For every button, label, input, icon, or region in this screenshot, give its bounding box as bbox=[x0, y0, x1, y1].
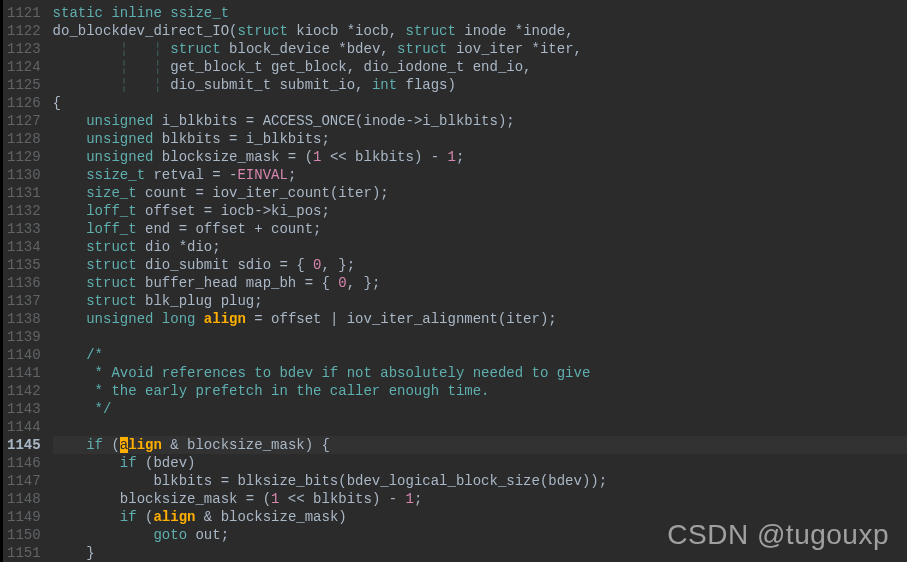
code-line[interactable]: */ bbox=[53, 400, 907, 418]
line-number: 1129 bbox=[7, 148, 41, 166]
line-number: 1126 bbox=[7, 94, 41, 112]
line-number: 1123 bbox=[7, 40, 41, 58]
code-line[interactable]: ¦ ¦ dio_submit_t submit_io, int flags) bbox=[53, 76, 907, 94]
line-number: 1144 bbox=[7, 418, 41, 436]
code-line[interactable]: if (align & blocksize_mask) bbox=[53, 508, 907, 526]
code-line[interactable]: if (align & blocksize_mask) { bbox=[53, 436, 907, 454]
code-line[interactable]: struct dio_submit sdio = { 0, }; bbox=[53, 256, 907, 274]
code-area[interactable]: static inline ssize_tdo_blockdev_direct_… bbox=[47, 0, 907, 562]
code-line[interactable]: } bbox=[53, 544, 907, 562]
code-line[interactable]: { bbox=[53, 94, 907, 112]
code-line[interactable]: static inline ssize_t bbox=[53, 4, 907, 22]
line-number-gutter: 1121112211231124112511261127112811291130… bbox=[3, 0, 47, 562]
code-line[interactable]: blkbits = blksize_bits(bdev_logical_bloc… bbox=[53, 472, 907, 490]
code-line[interactable]: size_t count = iov_iter_count(iter); bbox=[53, 184, 907, 202]
line-number: 1146 bbox=[7, 454, 41, 472]
line-number: 1134 bbox=[7, 238, 41, 256]
code-line[interactable]: struct blk_plug plug; bbox=[53, 292, 907, 310]
code-line[interactable]: blocksize_mask = (1 << blkbits) - 1; bbox=[53, 490, 907, 508]
line-number: 1128 bbox=[7, 130, 41, 148]
code-line[interactable]: ¦ ¦ get_block_t get_block, dio_iodone_t … bbox=[53, 58, 907, 76]
line-number: 1140 bbox=[7, 346, 41, 364]
line-number: 1136 bbox=[7, 274, 41, 292]
line-number: 1148 bbox=[7, 490, 41, 508]
line-number: 1142 bbox=[7, 382, 41, 400]
code-line[interactable] bbox=[53, 418, 907, 436]
code-line[interactable]: loff_t end = offset + count; bbox=[53, 220, 907, 238]
code-line[interactable]: * Avoid references to bdev if not absolu… bbox=[53, 364, 907, 382]
line-number: 1138 bbox=[7, 310, 41, 328]
line-number: 1135 bbox=[7, 256, 41, 274]
line-number: 1147 bbox=[7, 472, 41, 490]
code-line[interactable] bbox=[53, 328, 907, 346]
line-number: 1130 bbox=[7, 166, 41, 184]
line-number: 1137 bbox=[7, 292, 41, 310]
line-number: 1133 bbox=[7, 220, 41, 238]
line-number: 1151 bbox=[7, 544, 41, 562]
cursor: a bbox=[120, 437, 128, 453]
line-number: 1139 bbox=[7, 328, 41, 346]
code-line[interactable]: struct dio *dio; bbox=[53, 238, 907, 256]
code-line[interactable]: * the early prefetch in the caller enoug… bbox=[53, 382, 907, 400]
line-number: 1127 bbox=[7, 112, 41, 130]
code-line[interactable]: loff_t offset = iocb->ki_pos; bbox=[53, 202, 907, 220]
code-line[interactable]: ¦ ¦ struct block_device *bdev, struct io… bbox=[53, 40, 907, 58]
line-number: 1121 bbox=[7, 4, 41, 22]
code-line[interactable]: ssize_t retval = -EINVAL; bbox=[53, 166, 907, 184]
line-number: 1125 bbox=[7, 76, 41, 94]
line-number: 1122 bbox=[7, 22, 41, 40]
line-number: 1149 bbox=[7, 508, 41, 526]
line-number: 1150 bbox=[7, 526, 41, 544]
line-number: 1143 bbox=[7, 400, 41, 418]
code-line[interactable]: unsigned long align = offset | iov_iter_… bbox=[53, 310, 907, 328]
code-line[interactable]: /* bbox=[53, 346, 907, 364]
code-line[interactable]: unsigned blkbits = i_blkbits; bbox=[53, 130, 907, 148]
code-line[interactable]: unsigned i_blkbits = ACCESS_ONCE(inode->… bbox=[53, 112, 907, 130]
line-number: 1145 bbox=[7, 436, 41, 454]
code-line[interactable]: goto out; bbox=[53, 526, 907, 544]
code-line[interactable]: struct buffer_head map_bh = { 0, }; bbox=[53, 274, 907, 292]
line-number: 1124 bbox=[7, 58, 41, 76]
code-line[interactable]: do_blockdev_direct_IO(struct kiocb *iocb… bbox=[53, 22, 907, 40]
code-line[interactable]: unsigned blocksize_mask = (1 << blkbits)… bbox=[53, 148, 907, 166]
line-number: 1141 bbox=[7, 364, 41, 382]
code-line[interactable]: if (bdev) bbox=[53, 454, 907, 472]
line-number: 1132 bbox=[7, 202, 41, 220]
code-editor[interactable]: 1121112211231124112511261127112811291130… bbox=[0, 0, 907, 562]
line-number: 1131 bbox=[7, 184, 41, 202]
